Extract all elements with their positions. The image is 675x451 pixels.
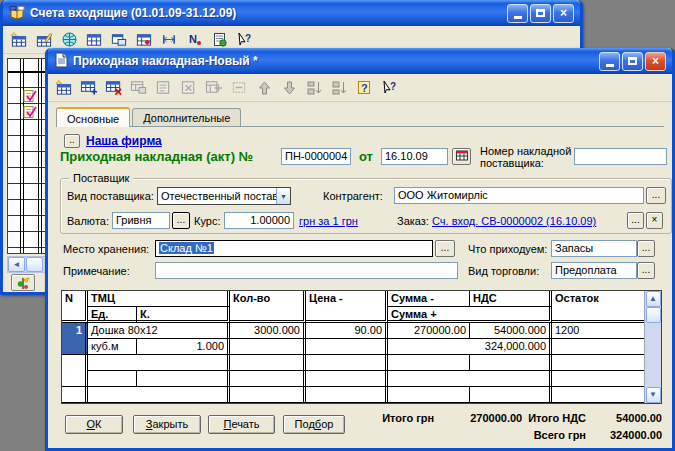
storage-input[interactable]: Склад №1	[155, 240, 433, 257]
cell-k[interactable]: 1.000	[137, 339, 230, 355]
tab-additional[interactable]: Дополнительные	[132, 108, 241, 126]
cell-empty[interactable]	[388, 371, 552, 387]
receive-select-button[interactable]: ...	[637, 240, 655, 257]
close-button[interactable]: ×	[553, 4, 574, 23]
scroll-up-button[interactable]: ▲	[646, 291, 661, 307]
storage-select-button[interactable]: ...	[435, 240, 455, 257]
cell-vat[interactable]: 54000.000	[470, 323, 552, 339]
order-clear-button[interactable]: ×	[646, 212, 663, 229]
dropdown-button[interactable]: ▼	[276, 188, 290, 204]
cell-price[interactable]: 90.00	[306, 323, 388, 339]
cell-empty[interactable]	[62, 355, 88, 387]
col-header-qty[interactable]: Кол-во	[230, 291, 306, 323]
cell-empty[interactable]	[88, 355, 230, 371]
cell-empty[interactable]	[552, 355, 644, 371]
cell-sum[interactable]: 270000.00	[388, 323, 470, 339]
scroll-thumb[interactable]	[26, 257, 43, 272]
cell-empty[interactable]	[230, 387, 306, 403]
renumber-button[interactable]: N	[184, 30, 204, 50]
cell-empty[interactable]	[470, 355, 552, 371]
supplier-number-input[interactable]	[574, 148, 667, 165]
col-header-sum-plus[interactable]: Сумма +	[388, 307, 552, 323]
delete-row-button[interactable]	[104, 78, 124, 98]
vertical-scrollbar[interactable]: ▲ ▼	[644, 291, 661, 403]
receive-input[interactable]: Запасы	[551, 240, 637, 257]
move-up-button[interactable]	[254, 78, 274, 98]
cell-tmc[interactable]: Дошка 80х12	[88, 323, 230, 339]
mark-delete-button[interactable]	[134, 30, 154, 50]
cell-empty[interactable]	[230, 339, 306, 355]
select-items-button[interactable]: Подбор	[283, 415, 345, 434]
col-header-vat[interactable]: НДС	[470, 291, 552, 307]
titlebar-front[interactable]: Приходная накладная-Новый * ×	[48, 48, 672, 74]
cell-empty[interactable]	[388, 355, 470, 371]
cell-empty[interactable]	[230, 371, 306, 387]
close-button[interactable]: ×	[645, 52, 666, 71]
order-select-button[interactable]: ...	[627, 212, 644, 229]
firm-link[interactable]: Наша фирма	[86, 134, 162, 148]
tab-main[interactable]: Основные	[56, 107, 130, 127]
preview-button[interactable]	[59, 30, 79, 50]
cell-empty[interactable]	[306, 339, 388, 355]
cell-empty[interactable]	[306, 355, 388, 371]
cell-rest[interactable]: 1200	[552, 323, 644, 339]
post-document-button[interactable]	[209, 30, 229, 50]
cell-empty[interactable]	[552, 339, 644, 355]
cell-qty[interactable]: 3000.000	[230, 323, 306, 339]
context-help-button[interactable]: ?	[234, 30, 254, 50]
contragent-input[interactable]: ООО Житомирліс	[394, 187, 644, 204]
copy-document-button[interactable]	[109, 30, 129, 50]
maximize-button[interactable]	[530, 4, 551, 23]
cell-empty[interactable]	[88, 387, 230, 403]
minimize-button[interactable]	[507, 4, 528, 23]
cell-empty[interactable]	[306, 371, 388, 387]
order-link[interactable]: Сч. вход. СВ-0000002 (16.10.09)	[432, 215, 596, 227]
cell-empty[interactable]	[470, 387, 552, 403]
col-header-rest[interactable]: Остаток	[552, 291, 644, 323]
scroll-thumb[interactable]	[646, 307, 661, 323]
calendar-button[interactable]	[452, 148, 471, 165]
trade-input[interactable]: Предоплата	[551, 262, 637, 279]
contragent-select-button[interactable]: ...	[646, 187, 666, 204]
scroll-left-button[interactable]: ◄	[8, 257, 25, 272]
pick-button[interactable]	[11, 274, 35, 291]
edit-document-button[interactable]	[34, 30, 54, 50]
col-header-tmc[interactable]: ТМЦ	[88, 291, 230, 307]
col-header-k[interactable]: К.	[137, 307, 230, 323]
currency-select-button[interactable]: ...	[172, 212, 190, 229]
col-header-price[interactable]: Цена -	[306, 291, 388, 323]
duplicate-row-button[interactable]	[204, 78, 224, 98]
copy-row-button[interactable]	[129, 78, 149, 98]
note-input[interactable]	[155, 262, 458, 279]
new-row-button[interactable]	[54, 78, 74, 98]
interval-button[interactable]	[229, 78, 249, 98]
row-number-cell[interactable]: 1	[62, 323, 88, 355]
scroll-track[interactable]	[645, 323, 661, 387]
minimize-button[interactable]	[599, 52, 620, 71]
rate-input[interactable]: 1.00000	[224, 212, 294, 229]
clear-value-button[interactable]	[179, 78, 199, 98]
cell-empty[interactable]	[137, 371, 230, 387]
currency-input[interactable]: Гривня	[112, 212, 170, 229]
cell-ed[interactable]: куб.м	[88, 339, 137, 355]
close-form-button[interactable]: Закрыть	[133, 415, 201, 434]
set-value-button[interactable]	[154, 78, 174, 98]
cell-empty[interactable]	[552, 387, 644, 403]
firm-select-button[interactable]: ..	[64, 134, 80, 148]
interval-button[interactable]	[159, 30, 179, 50]
supplier-kind-combo[interactable]: Отечественный поставщик ▼	[157, 187, 291, 205]
ok-button[interactable]: ОК	[65, 415, 123, 434]
scroll-down-button[interactable]: ▼	[646, 387, 661, 403]
rate-unit-link[interactable]: грн за 1 грн	[299, 215, 358, 227]
table-view-button[interactable]	[84, 30, 104, 50]
doc-number-input[interactable]: ПН-0000004	[281, 148, 351, 165]
cell-empty[interactable]	[306, 387, 388, 403]
doc-date-input[interactable]: 16.10.09	[381, 148, 448, 165]
col-header-sum-minus[interactable]: Сумма -	[388, 291, 470, 307]
col-header-n[interactable]: N	[62, 291, 88, 323]
add-row-button[interactable]	[79, 78, 99, 98]
help-button[interactable]: ?	[354, 78, 374, 98]
sort-asc-button[interactable]	[304, 78, 324, 98]
cell-empty[interactable]	[62, 387, 88, 403]
cell-sum-plus[interactable]: 324,000.000	[388, 339, 552, 355]
